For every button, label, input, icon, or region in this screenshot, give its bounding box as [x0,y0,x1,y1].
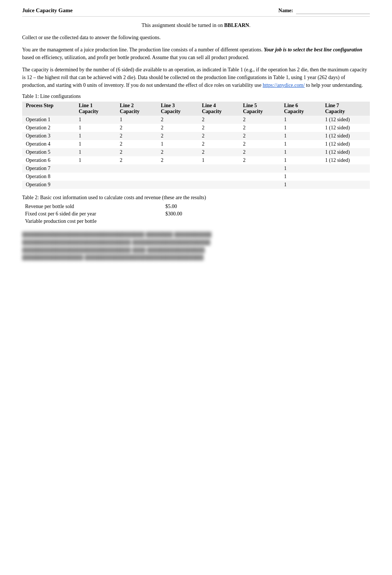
capacity-value [157,164,198,173]
col-line4: Line 4Capacity [198,102,239,116]
capacity-value [321,164,370,173]
capacity-value [198,164,239,173]
capacity-value: 2 [157,132,198,140]
capacity-value: 1 (12 sided) [321,140,370,148]
table-row: Operation 31222211 (12 sided) [22,132,370,140]
col-line1: Line 1Capacity [75,102,116,116]
cost-value [162,218,207,225]
capacity-value: 1 [75,140,116,148]
collect-paragraph: Collect or use the collected data to ans… [22,34,370,41]
cost-value: $5.00 [162,203,207,210]
anydice-link[interactable]: https://anydice.com/ [263,82,305,88]
cost-label: Revenue per bottle sold [22,203,162,210]
para1-end: based on efficiency, utilization, and pr… [22,55,249,60]
capacity-value [198,181,239,189]
table-row: Operation 21222211 (12 sided) [22,124,370,132]
capacity-value [75,173,116,181]
capacity-value: 2 [116,132,157,140]
capacity-value [239,164,280,173]
table-row: Operation 81 [22,173,370,181]
capacity-value: 1 [75,132,116,140]
capacity-value: 1 [280,148,321,156]
capacity-value: 1 [75,124,116,132]
capacity-value: 2 [157,148,198,156]
management-paragraph: You are the management of a juice produc… [22,46,370,61]
capacity-value: 2 [239,148,280,156]
capacity-value [239,173,280,181]
capacity-value: 2 [239,140,280,148]
capacity-value [239,181,280,189]
operation-label: Operation 3 [22,132,75,140]
capacity-value: 1 [75,156,116,164]
col-line6: Line 6Capacity [280,102,321,116]
name-label: Name: [278,8,293,14]
header: Juice Capacity Game Name: [22,7,370,17]
capacity-value [321,181,370,189]
table-row: Operation 71 [22,164,370,173]
bblearn-bold: BBLEARN [224,23,249,28]
capacity-value: 1 [75,148,116,156]
cost-row: Revenue per bottle sold$5.00 [22,203,207,210]
capacity-value: 1 [280,116,321,124]
capacity-value: 2 [239,132,280,140]
capacity-value: 1 (12 sided) [321,132,370,140]
table-row: Operation 61221211 (12 sided) [22,156,370,164]
capacity-value: 1 [116,116,157,124]
capacity-value: 1 [280,164,321,173]
operation-label: Operation 6 [22,156,75,164]
capacity-value [75,181,116,189]
capacity-value: 1 [280,173,321,181]
operation-label: Operation 4 [22,140,75,148]
cost-value: $300.00 [162,210,207,218]
capacity-value: 2 [116,156,157,164]
capacity-value: 1 [280,140,321,148]
table-row: Operation 11122211 (12 sided) [22,116,370,124]
cost-row: Variable production cost per bottle [22,218,207,225]
para1-start: You are the management of a juice produc… [22,47,264,52]
table-row: Operation 41212211 (12 sided) [22,140,370,148]
capacity-value: 1 (12 sided) [321,124,370,132]
capacity-value: 2 [198,140,239,148]
operation-label: Operation 1 [22,116,75,124]
capacity-value: 1 [280,156,321,164]
capacity-value: 2 [157,124,198,132]
capacity-value: 1 [280,124,321,132]
capacity-paragraph: The capacity is determined by the number… [22,66,370,89]
capacity-value: 2 [239,156,280,164]
operation-label: Operation 8 [22,173,75,181]
capacity-value: 2 [157,116,198,124]
table-row: Operation 91 [22,181,370,189]
app-title: Juice Capacity Game [22,7,73,14]
table2-caption: Table 2: Basic cost information used to … [22,195,370,201]
capacity-value: 2 [116,124,157,132]
table1-header-row: Process Step Line 1Capacity Line 2Capaci… [22,102,370,116]
capacity-value: 1 [75,116,116,124]
capacity-value [157,181,198,189]
col-line3: Line 3Capacity [157,102,198,116]
capacity-value [75,164,116,173]
capacity-value [116,164,157,173]
capacity-value [157,173,198,181]
cost-label: Variable production cost per bottle [22,218,162,225]
col-line5: Line 5Capacity [239,102,280,116]
capacity-value: 2 [116,140,157,148]
para1-bold: Your job is to select the best line conf… [264,47,362,52]
capacity-value [116,181,157,189]
capacity-value: 2 [157,156,198,164]
cost-label: Fixed cost per 6 sided die per year [22,210,162,218]
operation-label: Operation 2 [22,124,75,132]
col-process-step: Process Step [22,102,75,116]
capacity-value: 1 (12 sided) [321,116,370,124]
capacity-value: 1 [157,140,198,148]
operation-label: Operation 5 [22,148,75,156]
cost-row: Fixed cost per 6 sided die per year$300.… [22,210,207,218]
capacity-value: 2 [198,132,239,140]
capacity-value: 1 (12 sided) [321,156,370,164]
capacity-value: 1 (12 sided) [321,148,370,156]
table1-caption: Table 1: Line configurations [22,93,370,99]
blurred-content: ████████████████████████████████████ ███… [22,231,370,262]
col-line2: Line 2Capacity [116,102,157,116]
capacity-value: 2 [239,124,280,132]
col-line7: Line 7Capacity [321,102,370,116]
name-field [296,8,370,14]
